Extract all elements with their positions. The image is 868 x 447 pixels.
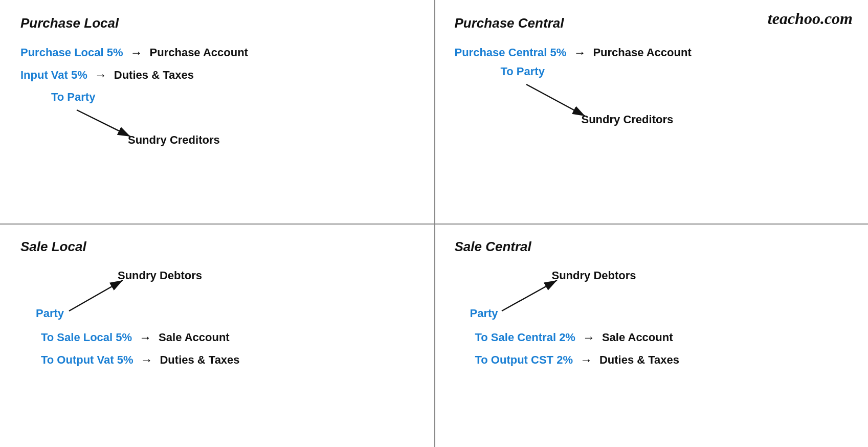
arrow-4: →: [139, 330, 151, 345]
sale-central-row3: To Output CST 2% → Duties & Taxes: [475, 353, 848, 367]
purchase-local-section: Purchase Local Purchase Local 5% → Purch…: [0, 0, 434, 223]
arrow-6: →: [583, 330, 595, 345]
sale-local-title: Sale Local: [20, 239, 414, 255]
party-debtors-central-diagram: Party Sundry Debtors: [470, 269, 675, 325]
svg-line-7: [502, 280, 557, 311]
purchase-account-label: Purchase Account: [150, 46, 248, 59]
sale-central-row2: To Sale Central 2% → Sale Account: [475, 330, 848, 345]
to-party-diagram: To Party Sundry Creditors: [46, 91, 230, 147]
arrow-5: →: [140, 353, 152, 367]
sundry-creditors-label: Sundry Creditors: [128, 133, 220, 147]
purchase-central-row1: Purchase Central 5% → Purchase Account: [455, 46, 848, 60]
purchase-local-row1: Purchase Local 5% → Purchase Account: [20, 46, 414, 60]
purchase-local-title: Purchase Local: [20, 15, 414, 31]
duties-taxes-central-label: Duties & Taxes: [599, 353, 679, 367]
sundry-creditors-central-label: Sundry Creditors: [582, 113, 674, 126]
sundry-debtors-central-label: Sundry Debtors: [552, 269, 636, 282]
to-output-cst-label: To Output CST 2%: [475, 353, 573, 367]
input-vat-label: Input Vat 5%: [20, 69, 87, 82]
arrow-3: →: [573, 46, 586, 60]
sale-central-section: Sale Central Party Sundry Debtors To Sal…: [434, 223, 869, 447]
svg-line-3: [526, 84, 585, 116]
sale-local-row2: To Sale Local 5% → Sale Account: [41, 330, 414, 345]
purchase-local-row2: Input Vat 5% → Duties & Taxes: [20, 68, 414, 82]
duties-taxes-local-label: Duties & Taxes: [160, 353, 239, 367]
purchase-account-central-label: Purchase Account: [593, 46, 691, 59]
arrow-1: →: [130, 46, 143, 60]
purchase-central-title: Purchase Central: [455, 15, 848, 31]
purchase-central-section: Purchase Central Purchase Central 5% → P…: [434, 0, 869, 223]
arrow-7: →: [580, 353, 592, 367]
sale-central-title: Sale Central: [455, 239, 848, 255]
svg-line-1: [77, 110, 130, 137]
party-debtors-diagram: Party Sundry Debtors: [36, 269, 230, 325]
sale-account-central-label: Sale Account: [602, 331, 673, 344]
to-sale-local-label: To Sale Local 5%: [41, 331, 132, 344]
to-party-central-diagram: To Party Sundry Creditors: [496, 65, 690, 126]
sale-local-section: Sale Local Party Sundry Debtors To Sale …: [0, 223, 434, 447]
duties-taxes-label: Duties & Taxes: [114, 69, 194, 82]
arrow-2: →: [95, 68, 107, 82]
svg-line-5: [69, 280, 123, 311]
sale-local-row3: To Output Vat 5% → Duties & Taxes: [41, 353, 414, 367]
purchase-central-5-label: Purchase Central 5%: [455, 46, 567, 59]
sundry-debtors-label: Sundry Debtors: [118, 269, 202, 282]
to-output-vat-label: To Output Vat 5%: [41, 353, 133, 367]
to-sale-central-label: To Sale Central 2%: [475, 331, 575, 344]
sale-account-label: Sale Account: [159, 331, 230, 344]
purchase-local-5-label: Purchase Local 5%: [20, 46, 123, 59]
